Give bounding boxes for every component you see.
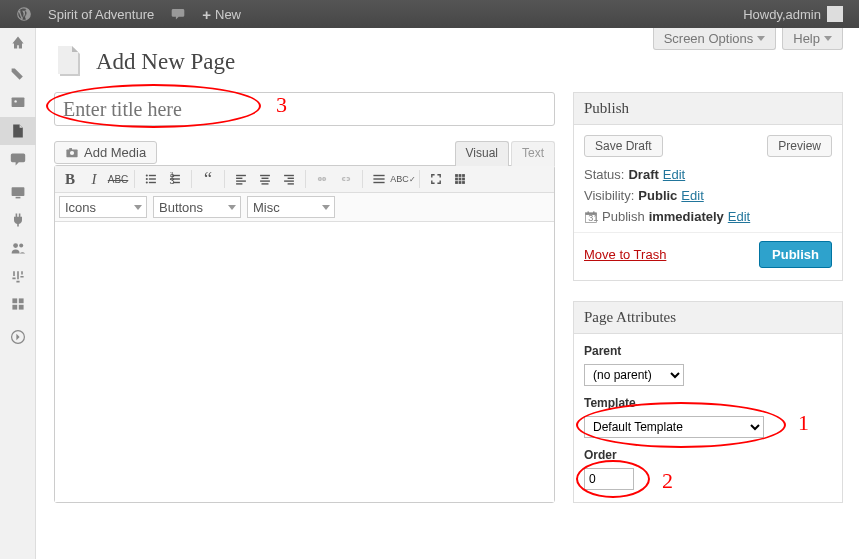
- blockquote-button[interactable]: “: [197, 168, 219, 190]
- svg-rect-29: [236, 183, 242, 184]
- kitchen-sink-button[interactable]: [449, 168, 471, 190]
- visibility-row: Visibility: Public Edit: [584, 188, 832, 203]
- menu-users[interactable]: [0, 234, 36, 262]
- page-icon: [54, 46, 86, 78]
- spellcheck-button[interactable]: ABC✓: [392, 168, 414, 190]
- svg-rect-33: [262, 183, 269, 184]
- save-draft-button[interactable]: Save Draft: [584, 135, 663, 157]
- misc-select[interactable]: Misc: [247, 196, 335, 218]
- parent-label: Parent: [584, 344, 832, 358]
- annotation-number: 3: [276, 92, 287, 118]
- visibility-label: Visibility:: [584, 188, 634, 203]
- strikethrough-button[interactable]: ABC: [107, 168, 129, 190]
- link-button[interactable]: [311, 168, 333, 190]
- svg-rect-3: [16, 197, 21, 199]
- visibility-value: Public: [638, 188, 677, 203]
- menu-collapse[interactable]: [0, 323, 36, 351]
- screen-options-button[interactable]: Screen Options: [653, 28, 777, 50]
- chevron-down-icon: [134, 205, 142, 210]
- svg-rect-6: [12, 298, 17, 303]
- tab-text[interactable]: Text: [511, 141, 555, 166]
- edit-schedule-link[interactable]: Edit: [728, 209, 750, 224]
- plus-icon: +: [202, 6, 211, 23]
- more-tag-button[interactable]: [368, 168, 390, 190]
- publish-box-title: Publish: [574, 93, 842, 125]
- svg-text:31: 31: [588, 213, 598, 223]
- editor-tabs: Visual Text: [453, 140, 555, 165]
- site-name-link[interactable]: Spirit of Adventure: [40, 0, 162, 28]
- svg-rect-41: [373, 182, 384, 183]
- svg-rect-46: [459, 178, 462, 181]
- wp-logo[interactable]: [8, 0, 40, 28]
- menu-settings[interactable]: [0, 290, 36, 318]
- menu-pages[interactable]: [0, 117, 36, 145]
- menu-comments[interactable]: [0, 145, 36, 173]
- chevron-down-icon: [757, 36, 765, 41]
- menu-posts[interactable]: [0, 61, 36, 89]
- preview-button[interactable]: Preview: [767, 135, 832, 157]
- svg-rect-44: [462, 174, 465, 177]
- svg-point-5: [19, 244, 23, 248]
- buttons-select[interactable]: Buttons: [153, 196, 241, 218]
- order-label: Order: [584, 448, 832, 462]
- help-button[interactable]: Help: [782, 28, 843, 50]
- schedule-row: 31 Publish immediately Edit: [584, 209, 832, 224]
- order-input[interactable]: [584, 468, 634, 490]
- svg-rect-15: [149, 175, 156, 176]
- bullet-list-button[interactable]: [140, 168, 162, 190]
- page-attributes-box: Page Attributes Parent (no parent) Templ…: [573, 301, 843, 503]
- schedule-value: immediately: [649, 209, 724, 224]
- buttons-select-label: Buttons: [159, 200, 203, 215]
- number-list-button[interactable]: 123: [164, 168, 186, 190]
- misc-select-label: Misc: [253, 200, 280, 215]
- menu-dashboard[interactable]: [0, 28, 36, 56]
- tab-visual[interactable]: Visual: [455, 141, 509, 166]
- publish-button[interactable]: Publish: [759, 241, 832, 268]
- svg-rect-34: [284, 175, 294, 176]
- svg-rect-36: [284, 180, 294, 181]
- annotation-number: 1: [798, 410, 809, 436]
- svg-rect-42: [455, 174, 458, 177]
- fullscreen-button[interactable]: [425, 168, 447, 190]
- chevron-down-icon: [228, 205, 236, 210]
- template-select[interactable]: Default Template: [584, 416, 764, 438]
- icons-select-label: Icons: [65, 200, 96, 215]
- add-media-button[interactable]: Add Media: [54, 141, 157, 164]
- template-label: Template: [584, 396, 832, 410]
- editor-toolbar-row1: B I ABC 123 “ ABC✓: [55, 166, 554, 193]
- menu-appearance[interactable]: [0, 178, 36, 206]
- icons-select[interactable]: Icons: [59, 196, 147, 218]
- edit-visibility-link[interactable]: Edit: [681, 188, 703, 203]
- camera-icon: [65, 146, 79, 160]
- menu-tools[interactable]: [0, 262, 36, 290]
- editor-content-area[interactable]: [55, 222, 554, 502]
- align-left-button[interactable]: [230, 168, 252, 190]
- admin-bar: Spirit of Adventure + New Howdy, admin: [0, 0, 859, 28]
- svg-rect-27: [236, 178, 242, 179]
- italic-button[interactable]: I: [83, 168, 105, 190]
- page-title: Add New Page: [96, 49, 235, 75]
- my-account-link[interactable]: Howdy, admin: [735, 0, 851, 28]
- svg-rect-48: [455, 181, 458, 184]
- status-row: Status: Draft Edit: [584, 167, 832, 182]
- align-right-button[interactable]: [278, 168, 300, 190]
- comment-icon: [170, 6, 186, 22]
- avatar-icon: [827, 6, 843, 22]
- move-to-trash-link[interactable]: Move to Trash: [584, 247, 666, 262]
- new-content-link[interactable]: + New: [194, 0, 249, 28]
- edit-status-link[interactable]: Edit: [663, 167, 685, 182]
- parent-select[interactable]: (no parent): [584, 364, 684, 386]
- comments-link[interactable]: [162, 0, 194, 28]
- svg-rect-43: [459, 174, 462, 177]
- svg-rect-2: [12, 187, 25, 196]
- menu-plugins[interactable]: [0, 206, 36, 234]
- unlink-button[interactable]: [335, 168, 357, 190]
- bold-button[interactable]: B: [59, 168, 81, 190]
- svg-rect-13: [69, 148, 72, 150]
- howdy-prefix: Howdy,: [743, 7, 785, 22]
- svg-rect-49: [459, 181, 462, 184]
- menu-media[interactable]: [0, 89, 36, 117]
- wordpress-icon: [16, 6, 32, 22]
- align-center-button[interactable]: [254, 168, 276, 190]
- title-input[interactable]: [54, 92, 555, 126]
